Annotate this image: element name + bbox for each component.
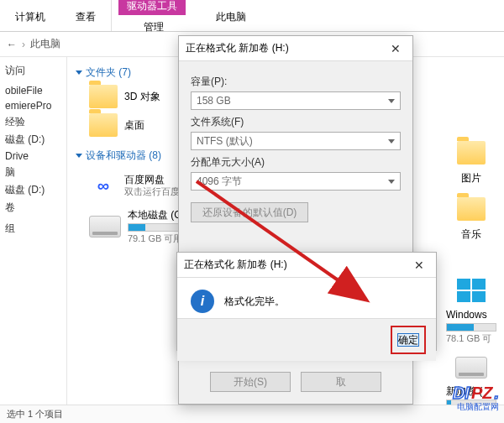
chevron-down-icon <box>76 154 82 158</box>
sidebar[interactable]: 访问 obileFile emierePro 经验 磁盘 (D:) Drive … <box>0 57 67 405</box>
dialog-body: i 格式化完毕。 <box>177 278 436 318</box>
message-dialog: 正在格式化 新加卷 (H:) ✕ i 格式化完毕。 确定 <box>176 252 437 351</box>
annotation-highlight: 确定 <box>391 326 426 354</box>
ribbon-view-group: 查看 <box>60 0 111 31</box>
drive-icon <box>455 357 487 379</box>
sidebar-item[interactable]: 卷 <box>3 199 63 217</box>
info-icon: i <box>191 290 214 313</box>
dialog-buttons: 开始(S) 取 <box>179 363 412 404</box>
usage-bar <box>446 323 496 332</box>
message-text: 格式化完毕。 <box>224 295 285 309</box>
sidebar-item[interactable]: 组 <box>3 220 63 238</box>
capacity-select[interactable]: 158 GB <box>191 91 401 110</box>
chevron-down-icon <box>388 139 395 144</box>
sidebar-item[interactable]: 访问 <box>3 62 63 80</box>
close-icon[interactable]: ✕ <box>386 42 406 55</box>
folder-label: 图片 <box>461 171 481 185</box>
sidebar-item[interactable]: 脑 <box>3 164 63 181</box>
tab-computer[interactable]: 计算机 <box>7 7 54 24</box>
folder-label: 桌面 <box>124 119 144 132</box>
wm-dot: . <box>494 384 499 403</box>
dialog-titlebar[interactable]: 正在格式化 新加卷 (H:) ✕ <box>179 36 412 61</box>
filesystem-value: NTFS (默认) <box>197 134 253 149</box>
dialog-titlebar[interactable]: 正在格式化 新加卷 (H:) ✕ <box>177 253 436 278</box>
allocation-label: 分配单元大小(A) <box>191 155 401 170</box>
dialog-footer: 确定 <box>177 318 436 361</box>
folder-item[interactable]: 音乐 <box>442 197 501 242</box>
device-sub: 78.1 GB 可 <box>446 333 491 345</box>
chevron-down-icon <box>76 70 82 75</box>
cancel-button[interactable]: 取 <box>301 372 381 392</box>
sidebar-item[interactable]: emierePro <box>3 98 63 113</box>
left-arrow-icon[interactable]: ← <box>7 39 17 50</box>
watermark: DIPZ. 电脑配置网 <box>453 384 499 403</box>
device-windows[interactable]: Windows 78.1 GB 可 <box>442 279 501 345</box>
sidebar-item[interactable]: Drive <box>3 149 63 164</box>
tab-manage[interactable]: 管理 <box>135 17 172 34</box>
baidu-icon: ∞ <box>89 174 118 197</box>
filesystem-select[interactable]: NTFS (默认) <box>191 132 401 150</box>
restore-defaults-button[interactable]: 还原设备的默认值(D) <box>191 202 308 222</box>
tab-drive-tools[interactable]: 驱动器工具 <box>118 0 186 15</box>
tab-thispc[interactable]: 此电脑 <box>207 7 255 24</box>
sidebar-item[interactable]: 经验 <box>3 113 63 131</box>
tab-view[interactable]: 查看 <box>67 7 104 24</box>
dialog-title: 正在格式化 新加卷 (H:) <box>184 258 287 272</box>
sidebar-item[interactable]: obileFile <box>3 83 63 98</box>
section-title: 设备和驱动器 (8) <box>86 149 161 163</box>
folder-icon <box>457 197 486 221</box>
folder-label: 音乐 <box>461 227 481 242</box>
chevron-down-icon <box>388 180 395 184</box>
folder-icon <box>457 141 486 164</box>
allocation-select[interactable]: 4096 字节 <box>191 172 401 191</box>
ribbon-thispc: 此电脑 <box>201 0 261 31</box>
allocation-value: 4096 字节 <box>197 175 242 189</box>
folder-icon <box>89 85 118 108</box>
ribbon-manage-group: 驱动器工具 管理 <box>111 0 196 31</box>
sidebar-item[interactable]: 磁盘 (D:) <box>3 131 63 149</box>
capacity-label: 容量(P): <box>191 75 401 89</box>
drive-icon <box>89 216 121 238</box>
ribbon-left-group: 计算机 <box>0 0 60 31</box>
capacity-value: 158 GB <box>197 95 231 107</box>
chevron-down-icon <box>388 99 395 103</box>
wm-sub: 电脑配置网 <box>457 401 499 413</box>
sidebar-item[interactable]: 磁盘 (D:) <box>3 181 63 199</box>
status-bar: 选中 1 个项目 <box>0 405 504 423</box>
crumb-thispc[interactable]: 此电脑 <box>30 37 60 51</box>
windows-icon <box>457 279 486 302</box>
dialog-title: 正在格式化 新加卷 (H:) <box>186 41 289 55</box>
close-icon[interactable]: ✕ <box>409 258 429 272</box>
ribbon: 计算机 查看 驱动器工具 管理 此电脑 <box>0 0 504 32</box>
device-label: Windows <box>446 309 487 321</box>
restore-row: 还原设备的默认值(D) <box>191 202 401 222</box>
status-text: 选中 1 个项目 <box>7 409 63 419</box>
folder-label: 3D 对象 <box>124 91 160 103</box>
sep: › <box>22 39 25 50</box>
right-column: 图片 音乐 Windows 78.1 GB 可 新加卷 ( 407 <box>442 141 501 405</box>
start-button[interactable]: 开始(S) <box>210 372 291 392</box>
folder-item[interactable]: 图片 <box>442 141 501 185</box>
wm-b: PZ <box>471 384 493 403</box>
wm-a: DI <box>453 384 470 403</box>
filesystem-label: 文件系统(F) <box>191 115 401 129</box>
folder-icon <box>89 113 118 137</box>
section-title: 文件夹 (7) <box>86 65 131 80</box>
ok-button[interactable]: 确定 <box>397 333 419 347</box>
